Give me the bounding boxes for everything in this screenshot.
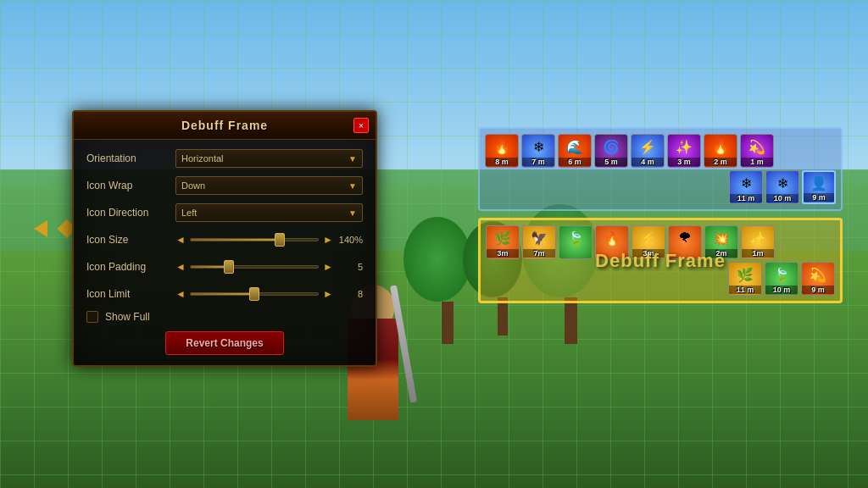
debuff-icon: 🍃 10 m — [765, 262, 798, 296]
icon-size-value: 140% — [337, 235, 363, 245]
icon-padding-label: Icon Padding — [86, 261, 175, 273]
icon-size-slider[interactable] — [190, 238, 319, 241]
slider-decrease-icon[interactable]: ◄ — [175, 261, 186, 273]
buff-icon: 🔥 8 m — [485, 134, 519, 168]
show-full-row: Show Full — [86, 311, 363, 323]
orientation-value: Horizontal — [181, 153, 224, 164]
slider-increase-icon[interactable]: ► — [323, 288, 333, 300]
buff-icon: 🔥 2 m — [704, 134, 737, 168]
dialog-panel: Debuff Frame × Orientation Horizontal ▼ … — [72, 110, 377, 367]
buff-icon: ✨ 3 m — [667, 134, 701, 168]
icon-limit-slider[interactable] — [190, 292, 319, 296]
icon-padding-slider[interactable] — [190, 265, 319, 269]
slider-increase-icon[interactable]: ► — [323, 261, 333, 273]
debuff-icon: ✨ 1m — [741, 225, 775, 259]
icon-direction-row: Icon Direction Left ▼ — [86, 202, 363, 223]
buff-icon: ❄ 7 m — [521, 134, 555, 168]
orientation-dropdown[interactable]: Horizontal ▼ — [175, 149, 363, 168]
orientation-row: Orientation Horizontal ▼ — [86, 148, 363, 169]
icon-limit-row: Icon Limit ◄ ► 8 — [86, 284, 363, 304]
buff-icon: ⚡ 4 m — [631, 134, 665, 168]
dropdown-arrow-icon: ▼ — [348, 208, 357, 218]
icon-wrap-row: Icon Wrap Down ▼ — [86, 175, 363, 196]
debuff-icon: 🦅 7m — [522, 225, 556, 259]
arrow-left-icon — [34, 220, 47, 237]
buff-icon: ❄ 10 m — [765, 170, 799, 204]
show-full-checkbox[interactable] — [86, 311, 98, 323]
dialog-title: Debuff Frame — [181, 119, 268, 132]
debuff-frame: 🌿 3m 🦅 7m 🍃 🔥 — [478, 218, 843, 303]
buff-row-2: ❄ 11 m ❄ 10 m 👤 9 m — [485, 170, 836, 204]
game-background: 🔥 8 m ❄ 7 m 🌊 6 m 🌀 5 m — [0, 0, 868, 488]
debuff-icon: 🌿 3m — [486, 225, 520, 259]
icon-size-slider-container: ◄ ► 140% — [175, 234, 363, 246]
debuff-icon: ⚡ 3m — [632, 225, 665, 259]
buff-frame: 🔥 8 m ❄ 7 m 🌊 6 m 🌀 5 m — [478, 127, 843, 211]
slider-decrease-icon[interactable]: ◄ — [175, 234, 186, 246]
debuff-icon: 💥 2m — [704, 225, 738, 259]
slider-decrease-icon[interactable]: ◄ — [175, 288, 186, 300]
icon-size-label: Icon Size — [86, 234, 175, 246]
icon-direction-dropdown[interactable]: Left ▼ — [175, 203, 363, 222]
icon-limit-value: 8 — [337, 289, 363, 299]
arrow-indicators — [34, 220, 74, 237]
show-full-label: Show Full — [105, 311, 150, 323]
buff-icon: 🌊 6 m — [558, 134, 592, 168]
icon-wrap-dropdown[interactable]: Down ▼ — [175, 176, 363, 195]
icon-wrap-value: Down — [181, 180, 205, 191]
close-button[interactable]: × — [353, 118, 369, 133]
icon-direction-label: Icon Direction — [86, 207, 175, 219]
icon-limit-label: Icon Limit — [86, 288, 175, 300]
orientation-label: Orientation — [86, 152, 175, 164]
icon-padding-slider-container: ◄ ► 5 — [175, 261, 363, 273]
icon-limit-slider-container: ◄ ► 8 — [175, 288, 363, 300]
debuff-row-1: 🌿 3m 🦅 7m 🍃 🔥 — [486, 225, 835, 259]
debuff-icon: 🔥 — [595, 225, 629, 259]
debuff-icon: 🌪 — [668, 225, 702, 259]
icon-wrap-label: Icon Wrap — [86, 180, 175, 191]
dialog-body: Orientation Horizontal ▼ Icon Wrap Down … — [74, 140, 376, 365]
buff-row-1: 🔥 8 m ❄ 7 m 🌊 6 m 🌀 5 m — [485, 134, 836, 168]
slider-increase-icon[interactable]: ► — [323, 234, 333, 246]
dialog-title-bar: Debuff Frame × — [74, 112, 376, 140]
revert-button[interactable]: Revert Changes — [165, 331, 284, 355]
debuff-row-2: 🌿 11 m 🍃 10 m 💫 9 m — [486, 262, 835, 296]
debuff-icon: 🍃 — [559, 225, 593, 259]
icon-direction-value: Left — [181, 208, 197, 218]
buff-icon: 💫 1 m — [740, 134, 774, 168]
icon-size-row: Icon Size ◄ ► 140% — [86, 230, 363, 250]
buff-icon-highlighted: 👤 9 m — [802, 170, 836, 204]
buff-icon: 🌀 5 m — [594, 134, 628, 168]
dropdown-arrow-icon: ▼ — [348, 181, 357, 191]
debuff-icon: 💫 9 m — [801, 262, 835, 296]
dropdown-arrow-icon: ▼ — [348, 154, 357, 164]
tree-1 — [424, 217, 471, 344]
icon-padding-value: 5 — [337, 262, 363, 272]
debuff-icon: 🌿 11 m — [728, 262, 762, 296]
frames-area: 🔥 8 m ❄ 7 m 🌊 6 m 🌀 5 m — [478, 127, 843, 303]
buff-icon: ❄ 11 m — [729, 170, 763, 204]
icon-padding-row: Icon Padding ◄ ► 5 — [86, 257, 363, 277]
